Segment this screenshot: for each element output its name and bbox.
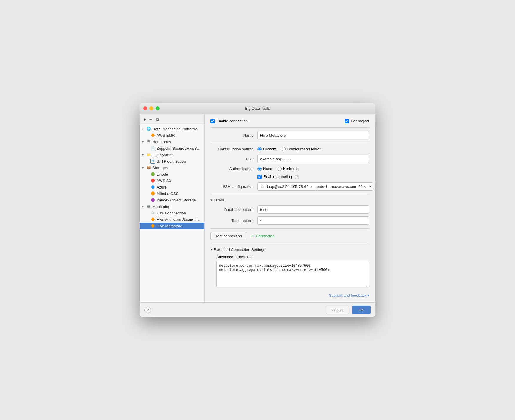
sidebar-item-label: Kafka connection	[157, 211, 186, 215]
tunneling-label[interactable]: Enable tunneling (?)	[258, 174, 299, 179]
sidebar-item-zeppelin[interactable]: 📄 Zeppelin SecuredHiveSparkZep	[140, 145, 204, 151]
filters-header[interactable]: ▾ Filters	[210, 198, 369, 202]
auth-none-radio[interactable]	[258, 167, 262, 171]
sidebar-item-data-processing[interactable]: ▾ 🌐 Data Processing Platforms	[140, 126, 204, 132]
config-source-radio-group: Custom Configuration folder	[258, 147, 320, 151]
copy-button[interactable]: ⧉	[154, 116, 160, 122]
auth-kerberos-text: Kerberos	[283, 166, 299, 171]
config-source-row: Configuration source: Custom Configurati…	[210, 147, 369, 151]
sidebar-item-hive-secured[interactable]: 🔶 HiveMetastore SecuredHiveSpa	[140, 216, 204, 223]
db-pattern-input[interactable]	[258, 205, 369, 214]
sidebar-item-label: HiveMetastore SecuredHiveSpa	[157, 217, 202, 222]
divider-4	[210, 228, 369, 229]
enable-connection-text: Enable connection	[216, 119, 248, 123]
arrow-icon: ▾	[142, 153, 146, 156]
divider-3	[210, 194, 369, 194]
window-controls	[143, 106, 160, 110]
auth-row: Authentication: None Kerberos	[210, 166, 369, 171]
sidebar-item-monitoring[interactable]: ▾ ⊞ Monitoring	[140, 203, 204, 210]
titlebar: Big Data Tools	[140, 103, 375, 114]
sidebar-item-label: Zeppelin SecuredHiveSparkZep	[157, 146, 202, 151]
sidebar-item-label: AWS S3	[157, 179, 171, 183]
ssh-select[interactable]: hadoop@ec2-54-165-78-62.compute-1.amazon…	[258, 182, 373, 191]
file-systems-icon: 📁	[146, 152, 151, 157]
settings-panel: Enable connection Per project Name: Conf…	[205, 114, 375, 302]
aws-emr-icon: 🔶	[150, 133, 155, 138]
content-area: + − ⧉ ▾ 🌐 Data Processing Platforms 🔶 AW…	[140, 114, 375, 302]
config-folder-text: Configuration folder	[287, 147, 320, 151]
check-icon: ✓	[251, 234, 254, 238]
auth-none-option[interactable]: None	[258, 166, 272, 171]
config-folder-option[interactable]: Configuration folder	[282, 147, 320, 151]
add-button[interactable]: +	[142, 116, 147, 122]
auth-kerberos-radio[interactable]	[278, 167, 282, 171]
extended-settings-header[interactable]: ▾ Extended Connection Settings	[210, 247, 369, 252]
cancel-button[interactable]: Cancel	[326, 306, 349, 314]
remove-button[interactable]: −	[148, 116, 153, 122]
auth-kerberos-option[interactable]: Kerberos	[278, 166, 299, 171]
sidebar-item-file-systems[interactable]: ▾ 📁 File Systems	[140, 151, 204, 158]
enable-connection-label[interactable]: Enable connection	[210, 119, 248, 123]
notebooks-icon: ☰	[146, 139, 151, 144]
db-pattern-label: Database pattern:	[210, 207, 258, 212]
sidebar-item-linode[interactable]: 🟢 Linode	[140, 171, 204, 177]
divider-5	[210, 244, 369, 244]
help-button[interactable]: ?	[144, 307, 151, 313]
url-label: URL:	[210, 157, 258, 161]
enable-connection-checkbox[interactable]	[210, 119, 215, 123]
config-source-label: Configuration source:	[210, 147, 258, 151]
sidebar-item-azure[interactable]: 🔷 Azure	[140, 184, 204, 190]
arrow-icon: ▾	[142, 205, 146, 208]
sidebar-item-storages[interactable]: ▾ 📦 Storages	[140, 164, 204, 171]
sidebar-item-label: Linode	[157, 172, 168, 176]
tunneling-help-icon: (?)	[295, 175, 299, 179]
ssh-browse-button[interactable]: ...	[375, 182, 375, 191]
sidebar-item-label: AWS EMR	[157, 133, 175, 138]
tree-view: ▾ 🌐 Data Processing Platforms 🔶 AWS EMR …	[140, 124, 204, 230]
alibaba-icon: 🟠	[150, 191, 155, 196]
config-custom-option[interactable]: Custom	[258, 147, 276, 151]
table-pattern-input[interactable]	[258, 216, 369, 225]
config-folder-radio[interactable]	[282, 147, 286, 151]
sidebar-item-yandex[interactable]: 🟣 Yandex Object Storage	[140, 197, 204, 203]
ok-button[interactable]: OK	[352, 306, 371, 314]
ssh-label: SSH configuration:	[210, 184, 258, 189]
minimize-button[interactable]	[149, 106, 153, 110]
config-custom-radio[interactable]	[258, 147, 262, 151]
connection-status: ✓ Connected	[251, 234, 274, 238]
window-title: Big Data Tools	[245, 106, 270, 111]
sidebar-item-aws-s3[interactable]: 🔴 AWS S3	[140, 177, 204, 184]
main-window: Big Data Tools + − ⧉ ▾ 🌐 Data Processing…	[140, 103, 375, 317]
tunneling-text: Enable tunneling	[263, 174, 292, 179]
close-button[interactable]	[143, 106, 147, 110]
auth-radio-group: None Kerberos	[258, 166, 299, 171]
yandex-icon: 🟣	[150, 198, 155, 202]
monitoring-icon: ⊞	[146, 204, 151, 209]
extended-header-text: Extended Connection Settings	[214, 247, 265, 252]
name-input[interactable]	[258, 131, 369, 139]
test-connection-button[interactable]: Test connection	[210, 232, 247, 240]
per-project-checkbox[interactable]	[345, 119, 349, 123]
config-custom-text: Custom	[263, 147, 276, 151]
sidebar-item-label: Yandex Object Storage	[157, 198, 196, 202]
advanced-props-textarea[interactable]: metastore.server.max.message.size=104857…	[216, 261, 369, 287]
hive-metastore-icon: 🔶	[150, 224, 155, 228]
support-feedback-link[interactable]: Support and feedback ▾	[210, 291, 369, 298]
sidebar-item-hive-metastore[interactable]: 🔶 Hive Metastore	[140, 223, 204, 229]
per-project-label[interactable]: Per project	[345, 119, 369, 123]
zeppelin-icon: 📄	[150, 146, 155, 151]
tunneling-checkbox[interactable]	[258, 175, 262, 179]
sidebar-item-alibaba[interactable]: 🟠 Alibaba OSS	[140, 190, 204, 197]
sidebar-item-sftp[interactable]: S SFTP connection	[140, 158, 204, 164]
sidebar-item-notebooks[interactable]: ▾ ☰ Notebooks	[140, 139, 204, 145]
sidebar-item-label: File Systems	[152, 153, 174, 157]
arrow-icon: ▾	[142, 127, 146, 131]
sidebar-item-label: Data Processing Platforms	[152, 127, 198, 131]
sidebar-item-kafka[interactable]: ⚙ Kafka connection	[140, 210, 204, 216]
db-pattern-row: Database pattern:	[210, 205, 369, 214]
sidebar-toolbar: + − ⧉	[140, 114, 204, 124]
url-input[interactable]	[258, 155, 369, 163]
sidebar-item-aws-emr[interactable]: 🔶 AWS EMR	[140, 132, 204, 139]
name-label: Name:	[210, 133, 258, 138]
maximize-button[interactable]	[156, 106, 160, 110]
